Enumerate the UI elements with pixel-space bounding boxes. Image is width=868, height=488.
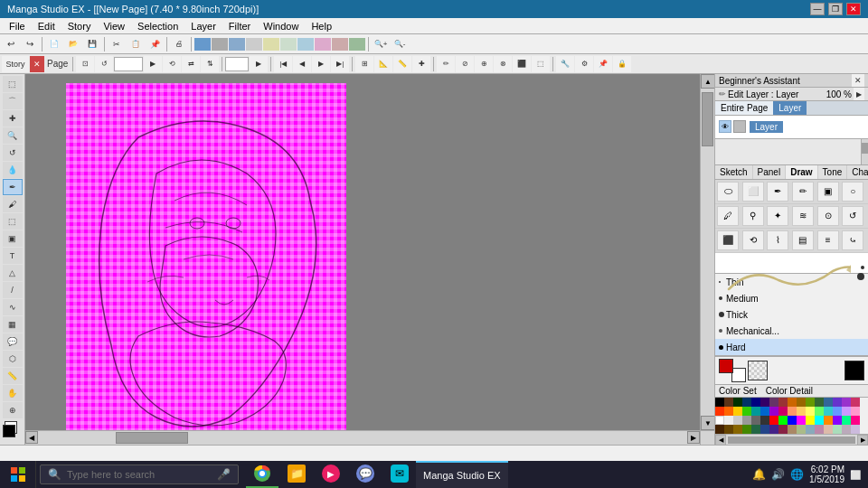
right-color-box[interactable] <box>844 361 864 380</box>
panel-scroll-right[interactable]: ▶ <box>857 435 868 446</box>
tb2-snap[interactable]: 📐 <box>374 56 392 72</box>
brush-pen8[interactable]: ↺ <box>842 206 863 226</box>
tb2-rotate-left[interactable]: ↺ <box>95 56 113 72</box>
tb-btn3[interactable] <box>229 38 245 51</box>
swatch[interactable] <box>715 416 724 425</box>
restore-button[interactable]: ❐ <box>828 3 843 15</box>
tb2-extra4[interactable]: 🔒 <box>613 56 631 72</box>
tab-sketch[interactable]: Sketch <box>715 165 753 179</box>
swatch[interactable] <box>724 425 733 434</box>
swatch[interactable] <box>797 416 806 425</box>
scroll-left-arrow[interactable]: ◀ <box>25 431 38 444</box>
scroll-down-arrow[interactable]: ▼ <box>701 416 714 430</box>
search-input[interactable] <box>67 469 212 480</box>
swatch[interactable] <box>724 407 733 416</box>
taskbar-app-chat[interactable]: ✉ <box>383 461 416 488</box>
tab-draw[interactable]: Draw <box>786 165 817 179</box>
swatch[interactable] <box>788 398 797 407</box>
panel-scroll-thumb[interactable] <box>862 143 868 154</box>
swatch[interactable] <box>742 416 751 425</box>
tab-entire-page[interactable]: Entire Page <box>715 101 773 115</box>
canvas-scroll-h[interactable]: ◀ ▶ <box>25 430 700 445</box>
menu-file[interactable]: File <box>4 20 31 33</box>
swatch[interactable] <box>733 425 742 434</box>
swatch[interactable] <box>797 425 806 434</box>
layer-pct-btn[interactable]: ▶ <box>854 88 864 100</box>
swatch[interactable] <box>833 425 842 434</box>
layer-lock-icon[interactable] <box>733 120 746 133</box>
swatch[interactable] <box>797 407 806 416</box>
bg-color-box[interactable] <box>731 368 746 382</box>
tb-btn10[interactable] <box>349 38 365 51</box>
swatch[interactable] <box>851 425 860 434</box>
menu-window[interactable]: Window <box>258 20 304 33</box>
taskbar-app-discord[interactable]: 💬 <box>349 461 382 488</box>
brush-pen2[interactable]: ✏ <box>792 182 814 202</box>
tray-volume-icon[interactable]: 🔊 <box>771 468 785 481</box>
menu-layer[interactable]: Layer <box>185 20 222 33</box>
brush-oval[interactable]: ⬭ <box>717 182 739 202</box>
swatch[interactable] <box>724 398 733 407</box>
tb2-pen-a[interactable]: ✏ <box>437 56 455 72</box>
tool-eyedrop[interactable]: 💧 <box>3 162 23 178</box>
tool-crosshair[interactable]: ⊕ <box>3 402 23 418</box>
swatch[interactable] <box>751 416 760 425</box>
swatch[interactable] <box>788 416 797 425</box>
tb-btn6[interactable] <box>280 38 297 51</box>
swatch[interactable] <box>815 416 824 425</box>
tb-btn4[interactable] <box>246 38 262 51</box>
brush-pen5[interactable]: ✦ <box>767 206 788 226</box>
brush-fill-b[interactable]: ▤ <box>792 230 814 250</box>
swatch[interactable] <box>778 416 788 425</box>
swatch[interactable] <box>760 398 769 407</box>
transparent-swatch[interactable] <box>748 361 768 380</box>
tb2-pen-e[interactable]: ⬛ <box>513 56 531 72</box>
brush-fill-d[interactable]: ⤿ <box>842 230 863 250</box>
menu-help[interactable]: Help <box>306 20 337 33</box>
canvas-scroll-v[interactable]: ▲ ▼ <box>700 74 714 430</box>
swatch[interactable] <box>788 425 797 434</box>
swatch[interactable] <box>769 398 778 407</box>
swatch[interactable] <box>842 407 851 416</box>
swatch[interactable] <box>833 407 842 416</box>
menu-edit[interactable]: Edit <box>33 20 61 33</box>
tool-pen[interactable]: ✒ <box>3 179 23 195</box>
page-canvas[interactable] <box>66 83 346 445</box>
tb-btn9[interactable] <box>332 38 348 51</box>
taskbar-app-chrome[interactable] <box>246 461 278 488</box>
tb-undo[interactable]: ↩ <box>2 36 20 52</box>
brush-pen3[interactable]: 🖊 <box>717 206 739 226</box>
menu-story[interactable]: Story <box>62 20 97 33</box>
panel-right-scroll[interactable] <box>861 139 868 164</box>
swatch[interactable] <box>733 407 742 416</box>
tb-btn1[interactable] <box>194 38 211 51</box>
brush-pen6[interactable]: ≋ <box>792 206 814 226</box>
tb-copy[interactable]: 📋 <box>127 36 145 52</box>
taskbar-app-explorer[interactable]: 📁 <box>280 461 313 488</box>
swatch[interactable] <box>715 425 724 434</box>
swatch[interactable] <box>778 407 788 416</box>
brush-move[interactable]: ⟲ <box>742 230 764 250</box>
swatch[interactable] <box>824 398 833 407</box>
swatch[interactable] <box>842 425 851 434</box>
tool-brush[interactable]: 🖌 <box>3 196 23 212</box>
fg-color-box[interactable] <box>719 359 733 373</box>
brush-mechanical[interactable]: Mechanical... <box>715 323 868 339</box>
tool-eraser[interactable]: ⬚ <box>3 213 23 230</box>
swatch[interactable] <box>733 398 742 407</box>
swatch[interactable] <box>815 398 824 407</box>
brush-square[interactable]: ▣ <box>817 182 839 202</box>
tb2-flip-v[interactable]: ⇅ <box>201 56 219 72</box>
tb2-angle-btn[interactable]: ▶ <box>250 56 268 72</box>
swatch[interactable] <box>806 407 815 416</box>
swatch[interactable] <box>833 416 842 425</box>
swatch[interactable] <box>715 398 724 407</box>
tb2-nav-next[interactable]: ▶ <box>312 56 330 72</box>
tb2-fit[interactable]: ⊡ <box>76 56 94 72</box>
brush-eraser[interactable]: ⬜ <box>742 182 764 202</box>
panel-close[interactable]: ✕ <box>852 74 864 87</box>
tb2-zoom-btn[interactable]: ▶ <box>144 56 162 72</box>
swatch[interactable] <box>824 416 833 425</box>
layer-visibility-icon[interactable]: 👁 <box>719 120 731 133</box>
swatch[interactable] <box>833 398 842 407</box>
